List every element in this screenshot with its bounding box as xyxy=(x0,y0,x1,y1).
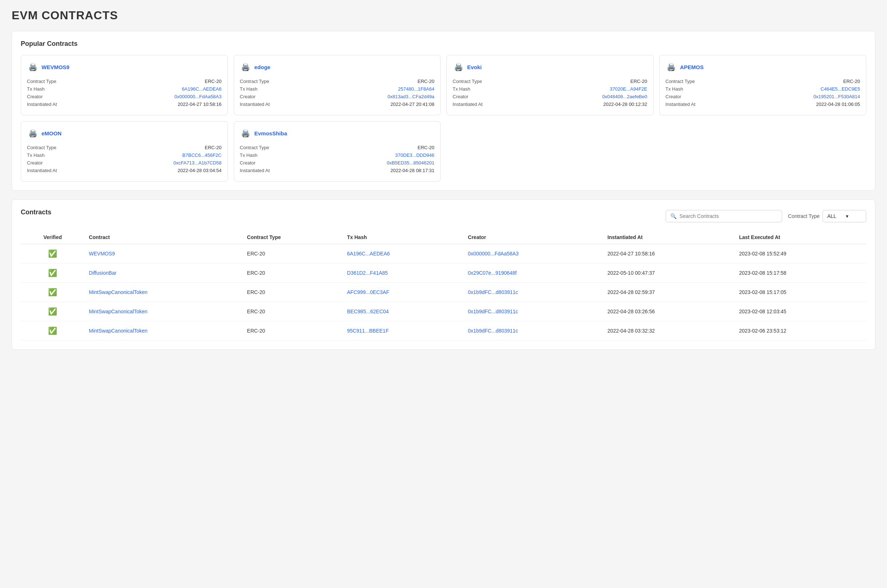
card-txhash-value[interactable]: B7BCC6...456F2C xyxy=(182,153,222,158)
contract-name-link[interactable]: MintSwapCanonicalToken xyxy=(89,289,147,295)
cell-contract-type: ERC-20 xyxy=(242,263,343,283)
contract-type-select[interactable]: ALL ▾ xyxy=(822,210,866,222)
card-row-creator: Creator 0xB5ED35...85046201 xyxy=(240,160,435,165)
cell-contract: MintSwapCanonicalToken xyxy=(84,302,242,321)
popular-card-name[interactable]: EvmosShiba xyxy=(254,130,287,136)
popular-card-name[interactable]: eMOON xyxy=(42,130,62,136)
card-txhash-value[interactable]: 6A196C...AEDEA6 xyxy=(182,86,221,92)
card-txhash-label: Tx Hash xyxy=(27,153,44,158)
cell-contract: MintSwapCanonicalToken xyxy=(84,321,242,340)
cell-last-executed-at: 2023-02-08 15:52:49 xyxy=(735,244,866,263)
filter-box: Contract Type ALL ▾ xyxy=(788,210,866,222)
col-creator: Creator xyxy=(463,231,603,244)
cell-instantiated-at: 2022-04-28 02:59:37 xyxy=(603,283,734,302)
popular-card-header: 🖨️ WEVMOS9 xyxy=(27,61,222,73)
card-inst-value: 2022-04-28 01:06:05 xyxy=(816,102,860,107)
popular-contracts-section: Popular Contracts 🖨️ WEVMOS9 Contract Ty… xyxy=(12,31,875,190)
card-type-label: Contract Type xyxy=(240,79,269,84)
popular-card-name[interactable]: APEMOS xyxy=(680,64,704,70)
contract-icon: 🖨️ xyxy=(240,128,252,139)
card-row-instantiated: Instantiated At 2022-04-28 03:04:54 xyxy=(27,168,222,173)
tx-hash-link[interactable]: AFC999...0EC3AF xyxy=(347,289,389,295)
popular-contract-card: 🖨️ APEMOS Contract Type ERC-20 Tx Hash C… xyxy=(659,55,867,116)
card-txhash-value[interactable]: C464E5...EDC9E5 xyxy=(821,86,860,92)
card-row-type: Contract Type ERC-20 xyxy=(666,79,860,84)
cell-last-executed-at: 2023-02-08 15:17:58 xyxy=(735,263,866,283)
cell-creator: 0x1b9dFC...d803911c xyxy=(463,302,603,321)
tx-hash-link[interactable]: 6A196C...AEDEA6 xyxy=(347,251,390,256)
card-row-type: Contract Type ERC-20 xyxy=(453,79,647,84)
card-type-value: ERC-20 xyxy=(418,79,434,84)
contract-name-link[interactable]: WEVMOS9 xyxy=(89,251,115,256)
col-tx-hash: Tx Hash xyxy=(343,231,463,244)
empty-card xyxy=(447,121,654,182)
card-row-creator: Creator 0x000000...FdAa58A3 xyxy=(27,94,222,99)
card-creator-value[interactable]: 0xB5ED35...85046201 xyxy=(387,160,434,165)
card-creator-value[interactable]: 0xcFA713...A1b7CD58 xyxy=(173,160,221,165)
contract-name-link[interactable]: MintSwapCanonicalToken xyxy=(89,309,147,314)
card-txhash-value[interactable]: 37020E...A94F2E xyxy=(610,86,647,92)
card-row-instantiated: Instantiated At 2022-04-28 08:17:31 xyxy=(240,168,435,173)
contract-name-link[interactable]: DiffusionBar xyxy=(89,270,117,276)
cell-verified: ✅ xyxy=(21,321,84,340)
popular-contract-card: 🖨️ WEVMOS9 Contract Type ERC-20 Tx Hash … xyxy=(21,55,228,116)
card-row-txhash: Tx Hash B7BCC6...456F2C xyxy=(27,153,222,158)
creator-link[interactable]: 0x1b9dFC...d803911c xyxy=(468,289,518,295)
contract-icon: 🖨️ xyxy=(27,128,39,139)
card-type-value: ERC-20 xyxy=(204,79,221,84)
tx-hash-link[interactable]: D361D2...F41A85 xyxy=(347,270,388,276)
popular-grid-row1: 🖨️ WEVMOS9 Contract Type ERC-20 Tx Hash … xyxy=(21,55,866,116)
cell-verified: ✅ xyxy=(21,302,84,321)
cell-tx-hash: 6A196C...AEDEA6 xyxy=(343,244,463,263)
verified-checkmark-icon: ✅ xyxy=(48,250,57,258)
card-inst-label: Instantiated At xyxy=(666,102,696,107)
card-row-type: Contract Type ERC-20 xyxy=(27,145,222,150)
verified-checkmark-icon: ✅ xyxy=(48,269,57,277)
card-row-creator: Creator 0x195201...F530A814 xyxy=(666,94,860,99)
cell-contract-type: ERC-20 xyxy=(242,302,343,321)
creator-link[interactable]: 0x1b9dFC...d803911c xyxy=(468,328,518,334)
filter-label: Contract Type xyxy=(788,213,819,219)
card-creator-label: Creator xyxy=(666,94,681,99)
contract-name-link[interactable]: MintSwapCanonicalToken xyxy=(89,328,147,334)
card-creator-label: Creator xyxy=(27,94,43,99)
card-row-creator: Creator 0xcFA713...A1b7CD58 xyxy=(27,160,222,165)
cell-creator: 0x29C07e...9190648f xyxy=(463,263,603,283)
card-txhash-value[interactable]: 257480...1F8A64 xyxy=(398,86,434,92)
card-row-instantiated: Instantiated At 2022-04-28 00:12:32 xyxy=(453,102,647,107)
popular-card-name[interactable]: Evoki xyxy=(467,64,482,70)
tx-hash-link[interactable]: BEC985...62EC04 xyxy=(347,309,388,314)
card-creator-value[interactable]: 0x813ad3...CFa2d49a xyxy=(388,94,434,99)
card-creator-value[interactable]: 0x000000...FdAa58A3 xyxy=(174,94,221,99)
card-row-type: Contract Type ERC-20 xyxy=(240,79,435,84)
card-txhash-value[interactable]: 370DE3...DDD946 xyxy=(395,153,434,158)
tx-hash-link[interactable]: 95C911...BBEE1F xyxy=(347,328,388,334)
card-inst-value: 2022-04-27 10:58:16 xyxy=(178,102,222,107)
cell-contract-type: ERC-20 xyxy=(242,321,343,340)
card-creator-value[interactable]: 0x048408...2aefeBe0 xyxy=(602,94,647,99)
cell-last-executed-at: 2023-02-08 15:17:05 xyxy=(735,283,866,302)
card-txhash-label: Tx Hash xyxy=(240,153,257,158)
cell-instantiated-at: 2022-04-28 03:32:32 xyxy=(603,321,734,340)
creator-link[interactable]: 0x29C07e...9190648f xyxy=(468,270,517,276)
search-icon: 🔍 xyxy=(671,213,677,219)
col-contract: Contract xyxy=(84,231,242,244)
cell-instantiated-at: 2022-04-28 03:26:56 xyxy=(603,302,734,321)
creator-link[interactable]: 0x1b9dFC...d803911c xyxy=(468,309,518,314)
col-last-executed-at: Last Executed At xyxy=(735,231,866,244)
cell-contract-type: ERC-20 xyxy=(242,283,343,302)
card-inst-value: 2022-04-27 20:41:08 xyxy=(390,102,434,107)
popular-card-name[interactable]: WEVMOS9 xyxy=(42,64,69,70)
popular-card-name[interactable]: edoge xyxy=(254,64,271,70)
card-creator-value[interactable]: 0x195201...F530A814 xyxy=(813,94,860,99)
card-type-label: Contract Type xyxy=(666,79,695,84)
card-type-value: ERC-20 xyxy=(843,79,860,84)
card-inst-value: 2022-04-28 00:12:32 xyxy=(603,102,647,107)
search-input[interactable] xyxy=(680,213,777,219)
card-inst-label: Instantiated At xyxy=(27,102,57,107)
creator-link[interactable]: 0x000000...FdAa58A3 xyxy=(468,251,519,256)
card-row-txhash: Tx Hash C464E5...EDC9E5 xyxy=(666,86,860,92)
cell-tx-hash: 95C911...BBEE1F xyxy=(343,321,463,340)
card-inst-label: Instantiated At xyxy=(27,168,57,173)
cell-creator: 0x000000...FdAa58A3 xyxy=(463,244,603,263)
